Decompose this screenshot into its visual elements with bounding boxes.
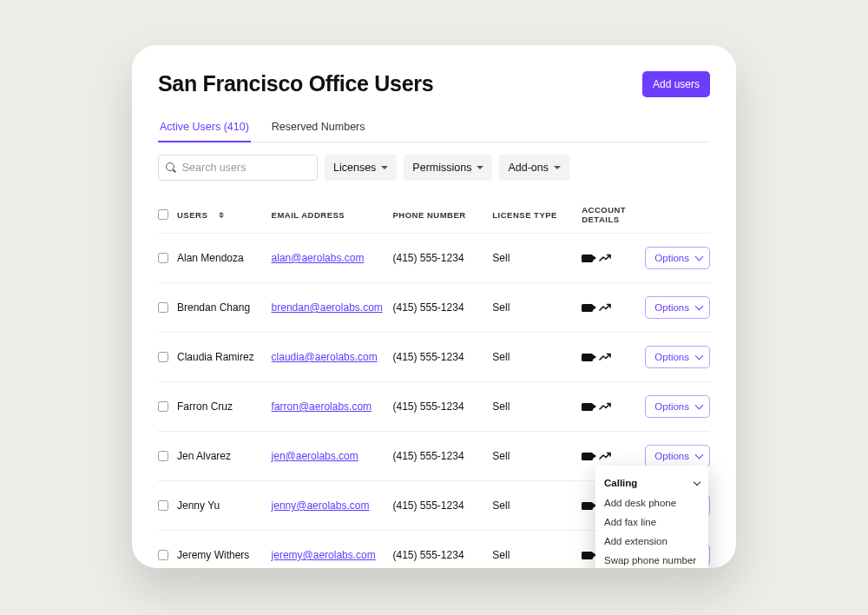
- toolbar: Licenses Permissions Add-ons: [158, 155, 710, 181]
- user-name: Alan Mendoza: [177, 252, 244, 264]
- user-name: Claudia Ramirez: [177, 351, 254, 363]
- col-license-label: License Type: [492, 205, 582, 234]
- row-checkbox[interactable]: [158, 550, 168, 560]
- row-checkbox[interactable]: [158, 352, 168, 362]
- col-users-label: Users: [177, 210, 207, 220]
- user-email[interactable]: claudia@aerolabs.com: [272, 351, 378, 363]
- menu-item-add-desk-phone[interactable]: Add desk phone: [595, 493, 708, 512]
- menu-section-calling[interactable]: Calling: [595, 473, 708, 493]
- options-button[interactable]: Options: [645, 395, 710, 418]
- options-button-label: Options: [654, 352, 689, 362]
- user-name: Brendan Chang: [177, 301, 250, 314]
- user-email[interactable]: alan@aerolabs.com: [272, 252, 365, 264]
- user-license: Sell: [492, 531, 582, 569]
- user-license: Sell: [492, 333, 582, 382]
- user-phone: (415) 555-1234: [393, 382, 493, 432]
- user-license: Sell: [492, 432, 582, 481]
- col-account-label: Account Details: [582, 205, 645, 234]
- table-row: Farron Cruz farron@aerolabs.com (415) 55…: [158, 382, 710, 432]
- chevron-down-icon: [695, 352, 704, 360]
- user-name: Jenny Yu: [177, 499, 220, 512]
- user-phone: (415) 555-1234: [393, 333, 493, 382]
- row-checkbox[interactable]: [158, 302, 168, 313]
- user-license: Sell: [492, 481, 582, 531]
- chevron-down-icon: [695, 302, 704, 311]
- trend-icon: [599, 452, 611, 460]
- table-row: Alan Mendoza alan@aerolabs.com (415) 555…: [158, 234, 710, 283]
- row-checkbox[interactable]: [158, 451, 168, 461]
- tabs: Active Users (410) Reserved Numbers: [158, 116, 710, 142]
- video-icon: [582, 552, 593, 559]
- video-icon: [582, 304, 593, 312]
- video-icon: [582, 354, 593, 361]
- options-button-label: Options: [654, 253, 689, 263]
- user-email[interactable]: jeremy@aerolabs.com: [272, 549, 376, 561]
- search-input[interactable]: [181, 161, 310, 175]
- filter-addons[interactable]: Add-ons: [499, 155, 569, 181]
- page-title: San Francisco Office Users: [158, 71, 433, 96]
- table-row: Claudia Ramirez claudia@aerolabs.com (41…: [158, 333, 710, 382]
- filter-permissions[interactable]: Permissions: [404, 155, 492, 181]
- users-card: San Francisco Office Users Add users Act…: [132, 45, 736, 568]
- video-icon: [582, 502, 593, 510]
- row-checkbox[interactable]: [158, 500, 168, 511]
- search-box[interactable]: [158, 155, 318, 181]
- menu-item-add-fax-line[interactable]: Add fax line: [595, 512, 708, 532]
- user-email[interactable]: brendan@aerolabs.com: [272, 301, 383, 314]
- row-checkbox[interactable]: [158, 401, 168, 412]
- options-button[interactable]: Options: [645, 445, 710, 467]
- trend-icon: [599, 303, 611, 312]
- tab-active-users[interactable]: Active Users (410): [158, 116, 251, 142]
- table-row: Brendan Chang brendan@aerolabs.com (415)…: [158, 283, 710, 333]
- filter-permissions-label: Permissions: [412, 162, 471, 174]
- user-phone: (415) 555-1234: [393, 432, 493, 481]
- video-icon: [582, 255, 593, 262]
- tab-reserved-numbers[interactable]: Reserved Numbers: [270, 116, 367, 142]
- user-email[interactable]: farron@aerolabs.com: [272, 400, 372, 413]
- caret-down-icon: [477, 166, 483, 169]
- chevron-down-icon: [695, 401, 704, 410]
- chevron-down-icon: [695, 451, 704, 460]
- user-phone: (415) 555-1234: [393, 283, 493, 333]
- select-all-checkbox[interactable]: [158, 209, 168, 220]
- user-license: Sell: [492, 382, 582, 432]
- options-button-label: Options: [654, 401, 689, 412]
- trend-icon: [599, 254, 611, 262]
- user-license: Sell: [492, 283, 582, 333]
- menu-item-add-extension[interactable]: Add extension: [595, 532, 708, 551]
- row-checkbox[interactable]: [158, 253, 168, 263]
- options-button[interactable]: Options: [645, 346, 710, 368]
- sort-icon[interactable]: [219, 212, 224, 218]
- video-icon: [582, 403, 593, 411]
- add-users-button[interactable]: Add users: [642, 71, 710, 97]
- user-email[interactable]: jen@aerolabs.com: [272, 450, 358, 462]
- user-license: Sell: [492, 234, 582, 283]
- options-button[interactable]: Options: [645, 296, 710, 319]
- options-button[interactable]: Options: [645, 247, 710, 269]
- menu-item-swap-phone-number[interactable]: Swap phone number: [595, 551, 708, 568]
- caret-down-icon: [381, 166, 388, 169]
- user-phone: (415) 555-1234: [393, 234, 493, 283]
- trend-icon: [599, 353, 611, 361]
- video-icon: [582, 453, 593, 460]
- filter-licenses[interactable]: Licenses: [325, 155, 397, 181]
- options-dropdown: Calling Add desk phone Add fax line Add …: [595, 466, 708, 568]
- user-name: Jeremy Withers: [177, 549, 249, 561]
- col-phone-label: Phone Number: [393, 205, 493, 234]
- user-name: Farron Cruz: [177, 400, 233, 413]
- filter-addons-label: Add-ons: [508, 162, 549, 174]
- user-name: Jen Alvarez: [177, 450, 231, 462]
- chevron-down-icon: [694, 478, 700, 485]
- user-phone: (415) 555-1234: [393, 481, 493, 531]
- menu-section-calling-label: Calling: [604, 478, 637, 488]
- chevron-down-icon: [695, 253, 704, 261]
- options-button-label: Options: [654, 302, 689, 313]
- col-email-label: Email Address: [272, 205, 393, 234]
- caret-down-icon: [554, 166, 561, 169]
- search-icon: [166, 162, 175, 173]
- user-email[interactable]: jenny@aerolabs.com: [272, 499, 370, 512]
- options-button-label: Options: [654, 451, 689, 461]
- trend-icon: [599, 402, 611, 411]
- user-phone: (415) 555-1234: [393, 531, 493, 569]
- filter-licenses-label: Licenses: [333, 162, 376, 174]
